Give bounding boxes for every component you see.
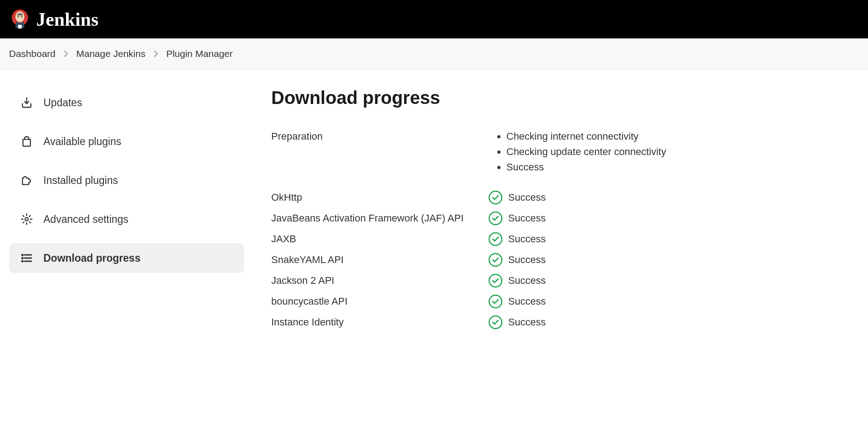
plugin-status: Success xyxy=(488,232,546,246)
breadcrumb-manage-jenkins[interactable]: Manage Jenkins xyxy=(76,48,146,59)
preparation-list: Checking internet connectivity Checking … xyxy=(506,131,666,177)
puzzle-icon xyxy=(20,174,33,187)
app-name: Jenkins xyxy=(36,9,99,30)
svg-point-15 xyxy=(489,254,502,266)
status-text: Success xyxy=(508,316,546,328)
plugin-row: Jackson 2 API Success xyxy=(271,273,859,288)
plugin-status: Success xyxy=(488,315,546,329)
plugin-status: Success xyxy=(488,190,546,205)
svg-rect-4 xyxy=(18,25,22,28)
svg-point-3 xyxy=(21,16,23,17)
plugin-status: Success xyxy=(488,253,546,267)
sidebar-item-updates[interactable]: Updates xyxy=(9,88,244,118)
plugin-name: OkHttp xyxy=(271,192,488,203)
progress-section: Preparation Checking internet connectivi… xyxy=(271,131,859,329)
success-check-icon xyxy=(488,253,503,267)
plugin-row: JavaBeans Activation Framework (JAF) API… xyxy=(271,211,859,226)
svg-point-1 xyxy=(15,11,24,22)
svg-point-10 xyxy=(22,261,23,262)
success-check-icon xyxy=(488,232,503,246)
sidebar-item-label: Updates xyxy=(43,97,82,109)
plugin-row: bouncycastle API Success xyxy=(271,294,859,309)
preparation-row: Preparation Checking internet connectivi… xyxy=(271,131,859,177)
status-text: Success xyxy=(508,192,546,203)
list-icon xyxy=(20,251,33,265)
status-text: Success xyxy=(508,254,546,266)
download-icon xyxy=(20,96,33,109)
svg-point-18 xyxy=(489,316,502,329)
svg-point-13 xyxy=(489,212,502,225)
chevron-right-icon xyxy=(154,50,158,57)
sidebar-item-available-plugins[interactable]: Available plugins xyxy=(9,127,244,156)
preparation-step: Success xyxy=(506,161,666,173)
plugin-name: bouncycastle API xyxy=(271,296,488,307)
svg-point-17 xyxy=(489,295,502,308)
success-check-icon xyxy=(488,211,503,226)
breadcrumb-bar: Dashboard Manage Jenkins Plugin Manager xyxy=(0,38,868,70)
plugin-status: Success xyxy=(488,211,546,226)
success-check-icon xyxy=(488,294,503,309)
plugin-row: JAXB Success xyxy=(271,232,859,246)
sidebar-item-advanced-settings[interactable]: Advanced settings xyxy=(9,204,244,234)
plugin-row: Instance Identity Success xyxy=(271,315,859,329)
svg-point-14 xyxy=(489,233,502,245)
success-check-icon xyxy=(488,315,503,329)
sidebar-item-installed-plugins[interactable]: Installed plugins xyxy=(9,165,244,195)
status-text: Success xyxy=(508,296,546,307)
jenkins-logo-icon xyxy=(9,9,31,30)
shopping-bag-icon xyxy=(20,135,33,148)
sidebar-item-label: Available plugins xyxy=(43,136,121,148)
sidebar-item-download-progress[interactable]: Download progress xyxy=(9,243,244,273)
success-check-icon xyxy=(488,273,503,288)
plugin-name: SnakeYAML API xyxy=(271,254,488,266)
svg-point-12 xyxy=(489,191,502,204)
plugin-name: JavaBeans Activation Framework (JAF) API xyxy=(271,212,488,224)
svg-point-16 xyxy=(489,274,502,287)
preparation-label: Preparation xyxy=(271,131,488,142)
header: Jenkins xyxy=(0,0,868,38)
breadcrumb: Dashboard Manage Jenkins Plugin Manager xyxy=(9,48,859,59)
plugin-name: Jackson 2 API xyxy=(271,275,488,287)
sidebar-item-label: Download progress xyxy=(43,252,141,264)
content: Download progress Preparation Checking i… xyxy=(271,88,859,336)
status-text: Success xyxy=(508,233,546,245)
svg-point-8 xyxy=(22,258,23,259)
svg-point-5 xyxy=(25,218,28,221)
plugin-status: Success xyxy=(488,273,546,288)
sidebar-item-label: Advanced settings xyxy=(43,213,128,226)
status-text: Success xyxy=(508,212,546,224)
sidebar-item-label: Installed plugins xyxy=(43,174,118,187)
plugin-name: Instance Identity xyxy=(271,316,488,328)
breadcrumb-plugin-manager[interactable]: Plugin Manager xyxy=(166,48,233,59)
breadcrumb-dashboard[interactable]: Dashboard xyxy=(9,48,56,59)
preparation-step: Checking internet connectivity xyxy=(506,131,666,142)
preparation-step: Checking update center connectivity xyxy=(506,146,666,158)
page-title: Download progress xyxy=(271,88,859,108)
status-text: Success xyxy=(508,275,546,287)
main-container: Updates Available plugins Installed plug… xyxy=(0,70,868,354)
plugin-status: Success xyxy=(488,294,546,309)
success-check-icon xyxy=(488,190,503,205)
plugin-row: SnakeYAML API Success xyxy=(271,253,859,267)
sidebar: Updates Available plugins Installed plug… xyxy=(9,88,244,336)
gear-icon xyxy=(20,212,33,226)
chevron-right-icon xyxy=(64,50,68,57)
logo-container[interactable]: Jenkins xyxy=(9,9,99,30)
plugin-row: OkHttp Success xyxy=(271,190,859,205)
svg-point-2 xyxy=(18,16,19,17)
plugin-name: JAXB xyxy=(271,233,488,245)
svg-point-6 xyxy=(22,254,23,255)
